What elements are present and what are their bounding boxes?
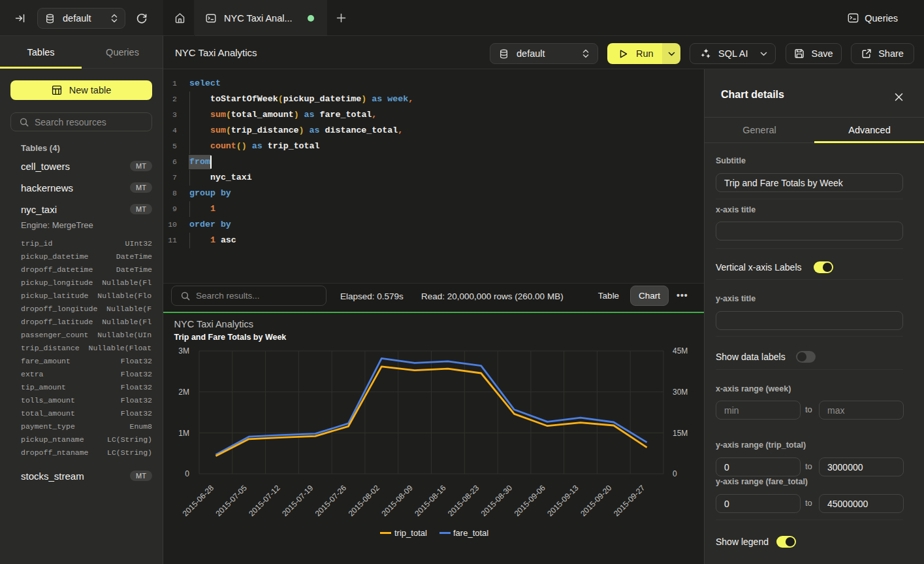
svg-text:0: 0 <box>185 469 189 478</box>
svg-text:2015-07-05: 2015-07-05 <box>214 483 249 518</box>
svg-text:2015-07-12: 2015-07-12 <box>247 483 282 518</box>
svg-text:2015-08-02: 2015-08-02 <box>347 483 382 518</box>
svg-text:2015-08-09: 2015-08-09 <box>379 483 415 518</box>
svg-text:30M: 30M <box>673 388 688 397</box>
svg-text:2015-07-26: 2015-07-26 <box>313 483 349 518</box>
svg-text:2015-09-27: 2015-09-27 <box>612 483 647 518</box>
svg-text:45M: 45M <box>673 346 688 356</box>
svg-text:2015-06-28: 2015-06-28 <box>181 483 216 518</box>
svg-text:2015-08-30: 2015-08-30 <box>479 483 515 518</box>
svg-text:2015-09-20: 2015-09-20 <box>579 483 614 518</box>
svg-text:1M: 1M <box>178 429 189 438</box>
svg-text:2015-09-13: 2015-09-13 <box>545 483 581 518</box>
svg-text:2015-08-16: 2015-08-16 <box>413 483 448 518</box>
svg-text:2015-08-23: 2015-08-23 <box>446 483 481 518</box>
svg-text:fare_total: fare_total <box>453 528 488 538</box>
svg-text:15M: 15M <box>673 429 688 438</box>
svg-text:3M: 3M <box>178 346 189 356</box>
svg-text:trip_total: trip_total <box>394 528 427 538</box>
svg-text:2M: 2M <box>178 388 189 397</box>
svg-text:2015-07-19: 2015-07-19 <box>280 483 315 518</box>
svg-text:2015-09-06: 2015-09-06 <box>513 483 548 518</box>
svg-text:0: 0 <box>673 469 677 478</box>
